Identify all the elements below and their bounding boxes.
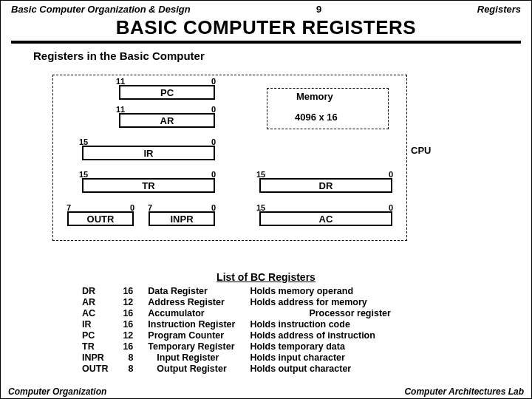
reg-bits: 16 bbox=[115, 319, 140, 330]
header-bar: Basic Computer Organization & Design 9 R… bbox=[11, 4, 521, 15]
reg-name: Instruction Register bbox=[140, 319, 242, 330]
register-table: DR16Data RegisterHolds memory operandAR1… bbox=[75, 286, 398, 375]
header-left: Basic Computer Organization & Design bbox=[11, 4, 191, 15]
table-row: PC12Program CounterHolds address of inst… bbox=[75, 330, 398, 341]
table-row: AC16AccumulatorProcessor register bbox=[75, 308, 398, 319]
dr-name: DR bbox=[319, 180, 333, 191]
table-row: TR16Temporary RegisterHolds temporary da… bbox=[75, 341, 398, 352]
ir-msb: 15 bbox=[79, 137, 88, 146]
reg-name: Accumulator bbox=[140, 308, 242, 319]
page-number: 9 bbox=[316, 4, 321, 15]
reg-bits: 8 bbox=[115, 352, 140, 364]
register-dr: 15 0 DR bbox=[259, 178, 392, 193]
ar-msb: 11 bbox=[116, 105, 125, 114]
ir-lsb: 0 bbox=[211, 137, 216, 146]
reg-sym: TR bbox=[75, 341, 115, 352]
header-right: Registers bbox=[477, 4, 521, 15]
reg-sym: INPR bbox=[75, 352, 115, 364]
page-title: BASIC COMPUTER REGISTERS bbox=[11, 16, 521, 44]
pc-name: PC bbox=[160, 87, 174, 98]
register-ar: 11 0 AR bbox=[119, 113, 215, 128]
footer-right: Computer Architectures Lab bbox=[404, 386, 524, 397]
table-row: INPR8Input RegisterHolds input character bbox=[75, 352, 398, 364]
inpr-msb: 7 bbox=[148, 203, 152, 212]
ac-name: AC bbox=[319, 214, 333, 225]
dr-msb: 15 bbox=[256, 170, 265, 179]
cpu-label: CPU bbox=[411, 145, 431, 156]
tr-lsb: 0 bbox=[211, 170, 216, 179]
register-list-section: List of BC Registers DR16Data RegisterHo… bbox=[1, 267, 531, 375]
table-row: AR12Address RegisterHolds address for me… bbox=[75, 297, 398, 308]
reg-desc: Holds output character bbox=[242, 364, 398, 375]
reg-name: Program Counter bbox=[140, 330, 242, 341]
reg-bits: 8 bbox=[115, 364, 140, 375]
register-diagram: CPU Memory 4096 x 16 11 0 PC 11 0 AR 15 … bbox=[52, 75, 466, 245]
reg-sym: PC bbox=[75, 330, 115, 341]
reg-desc: Processor register bbox=[242, 308, 398, 319]
register-outr: 7 0 OUTR bbox=[67, 211, 134, 226]
memory-size: 4096 x 16 bbox=[295, 112, 338, 123]
diagram-heading: Registers in the Basic Computer bbox=[33, 50, 521, 62]
reg-bits: 12 bbox=[115, 330, 140, 341]
table-row: DR16Data RegisterHolds memory operand bbox=[75, 286, 398, 297]
slide: Basic Computer Organization & Design 9 R… bbox=[0, 0, 532, 399]
pc-lsb: 0 bbox=[211, 77, 216, 86]
reg-bits: 12 bbox=[115, 297, 140, 308]
reg-desc: Holds address of instruction bbox=[242, 330, 398, 341]
reg-desc: Holds memory operand bbox=[242, 286, 398, 297]
list-title: List of BC Registers bbox=[1, 271, 531, 283]
reg-bits: 16 bbox=[115, 286, 140, 297]
table-row: OUTR8Output RegisterHolds output charact… bbox=[75, 364, 398, 375]
reg-name: Address Register bbox=[140, 297, 242, 308]
reg-desc: Holds input character bbox=[242, 352, 398, 364]
tr-name: TR bbox=[142, 180, 154, 191]
outr-name: OUTR bbox=[87, 214, 115, 225]
outr-msb: 7 bbox=[66, 203, 71, 212]
table-row: IR16Instruction RegisterHolds instructio… bbox=[75, 319, 398, 330]
reg-bits: 16 bbox=[115, 341, 140, 352]
dr-lsb: 0 bbox=[389, 170, 393, 179]
reg-name: Data Register bbox=[140, 286, 242, 297]
register-ir: 15 0 IR bbox=[82, 146, 215, 160]
register-pc: 11 0 PC bbox=[119, 85, 215, 100]
inpr-name: INPR bbox=[170, 214, 193, 225]
reg-name: Temporary Register bbox=[140, 341, 242, 352]
pc-msb: 11 bbox=[116, 77, 125, 86]
reg-bits: 16 bbox=[115, 308, 140, 319]
inpr-lsb: 0 bbox=[211, 203, 216, 212]
ir-name: IR bbox=[144, 148, 154, 159]
tr-msb: 15 bbox=[79, 170, 88, 179]
register-inpr: 7 0 INPR bbox=[149, 211, 215, 226]
reg-sym: AC bbox=[75, 308, 115, 319]
ar-lsb: 0 bbox=[211, 105, 216, 114]
reg-desc: Holds temporary data bbox=[242, 341, 398, 352]
ac-lsb: 0 bbox=[389, 203, 393, 212]
memory-label: Memory bbox=[296, 91, 333, 102]
reg-name: Output Register bbox=[140, 364, 242, 375]
reg-sym: OUTR bbox=[75, 364, 115, 375]
ar-name: AR bbox=[160, 115, 174, 126]
ac-msb: 15 bbox=[256, 203, 265, 212]
footer-bar: Computer Organization Computer Architect… bbox=[8, 386, 524, 397]
reg-name: Input Register bbox=[140, 352, 242, 364]
register-ac: 15 0 AC bbox=[259, 211, 392, 226]
reg-desc: Holds instruction code bbox=[242, 319, 398, 330]
reg-sym: DR bbox=[75, 286, 115, 297]
reg-sym: IR bbox=[75, 319, 115, 330]
reg-desc: Holds address for memory bbox=[242, 297, 398, 308]
reg-sym: AR bbox=[75, 297, 115, 308]
register-tr: 15 0 TR bbox=[82, 178, 215, 193]
footer-left: Computer Organization bbox=[8, 386, 106, 397]
outr-lsb: 0 bbox=[130, 203, 134, 212]
